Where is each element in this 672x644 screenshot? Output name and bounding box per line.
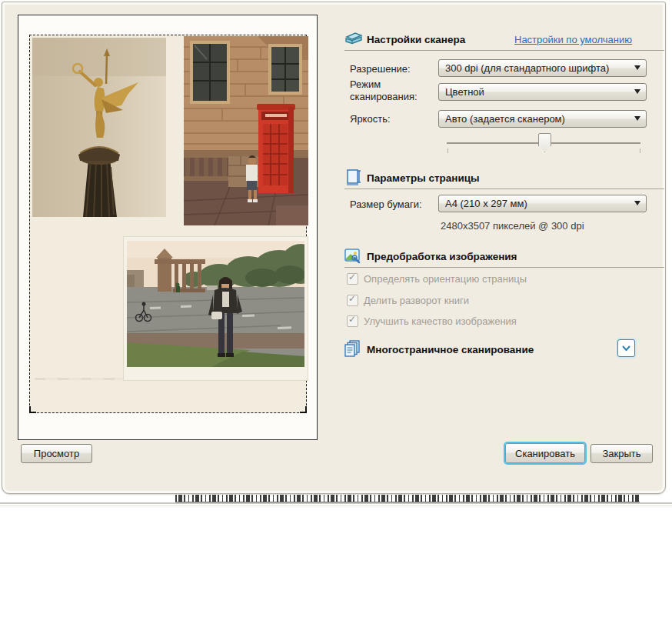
checkbox-split-spread[interactable]: Делить разворот книги: [347, 295, 469, 306]
check-icon: [347, 315, 358, 327]
clipped-caption-text: [175, 495, 640, 502]
checkbox-label: Определять ориентацию страницы: [364, 273, 527, 285]
page-settings-title: Параметры страницы: [367, 172, 480, 184]
chevron-down-icon: [622, 345, 630, 352]
brightness-combobox[interactable]: Авто (задается сканером): [438, 110, 647, 128]
scan-selection-region[interactable]: [29, 35, 307, 413]
resolution-value: 300 dpi (для стандартного шрифта): [445, 62, 609, 74]
brightness-slider-thumb[interactable]: [538, 133, 551, 152]
checkbox-detect-orientation[interactable]: Определять ориентацию страницы: [347, 273, 527, 285]
street-scene-photo: [124, 237, 308, 380]
scan-button[interactable]: Сканировать: [505, 443, 585, 463]
section-divider: [344, 50, 664, 51]
close-button[interactable]: Закрыть: [590, 444, 653, 463]
chevron-down-icon: [634, 116, 640, 121]
multipage-icon: [344, 339, 362, 360]
document-rule-line-2: [0, 506, 672, 506]
paper-size-combobox[interactable]: A4 (210 x 297 мм): [438, 195, 647, 212]
pixel-dimensions-info: 2480x3507 пикселей @ 300 dpi: [441, 220, 584, 232]
preprocessing-title: Предобработка изображения: [367, 251, 517, 262]
scan-mode-label: Режим сканирования:: [350, 78, 430, 103]
slider-tick-right: [640, 148, 640, 153]
victory-column-statue-photo: [32, 38, 166, 217]
scan-mode-combobox[interactable]: Цветной: [438, 83, 647, 101]
red-telephone-box-photo: [184, 36, 308, 225]
brightness-label: Яркость:: [350, 113, 391, 125]
image-preprocess-icon: [344, 248, 361, 267]
scanner-icon: [344, 30, 363, 49]
multipage-expander-button[interactable]: [617, 339, 635, 357]
section-divider: [344, 189, 664, 189]
paper-size-value: A4 (210 x 297 мм): [445, 198, 527, 209]
preview-button[interactable]: Просмотр: [21, 444, 92, 463]
brightness-value: Авто (задается сканером): [445, 113, 565, 125]
page-size-icon: [345, 169, 362, 189]
check-icon: [347, 273, 358, 285]
scan-mode-value: Цветной: [445, 86, 484, 98]
slider-tick-left: [447, 148, 448, 153]
section-divider: [344, 267, 664, 268]
paper-size-label: Размер бумаги:: [350, 199, 422, 210]
scan-dialog-screenshot: Настройки сканера Настройки по умолчанию…: [0, 0, 672, 644]
resolution-combobox[interactable]: 300 dpi (для стандартного шрифта): [438, 59, 647, 77]
checkbox-label: Улучшить качество изображения: [364, 315, 517, 327]
chevron-down-icon: [634, 65, 640, 70]
default-settings-link[interactable]: Настройки по умолчанию: [514, 34, 632, 45]
scanning-dialog-window: Настройки сканера Настройки по умолчанию…: [2, 2, 666, 494]
chevron-down-icon: [634, 89, 640, 94]
document-rule-line: [0, 502, 672, 504]
scanner-settings-title: Настройки сканера: [367, 34, 465, 45]
resolution-label: Разрешение:: [350, 63, 411, 75]
scan-preview-pane: [18, 15, 318, 440]
chevron-down-icon: [634, 201, 640, 205]
checkbox-label: Делить разворот книги: [364, 295, 469, 306]
multipage-scanning-title: Многостраничное сканирование: [367, 344, 534, 355]
checkbox-improve-quality[interactable]: Улучшить качество изображения: [347, 315, 517, 327]
check-icon: [347, 295, 358, 306]
